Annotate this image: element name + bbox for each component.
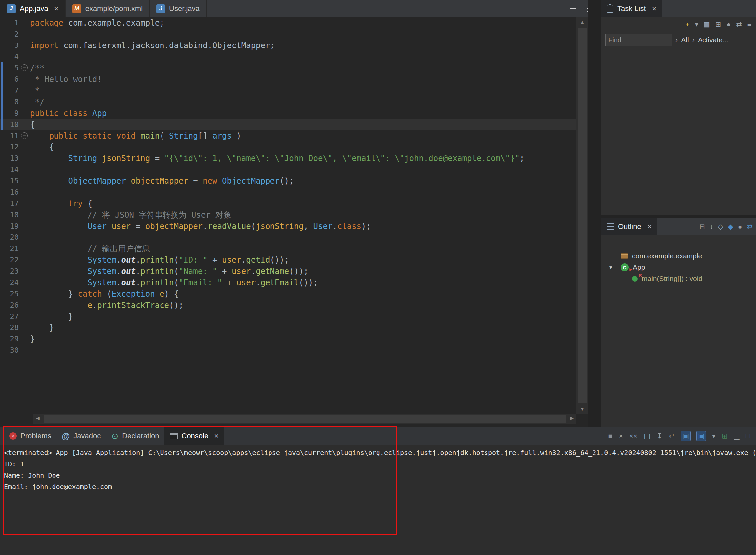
code-line-12[interactable]: 12 {: [0, 141, 576, 153]
code-line-14[interactable]: 14: [0, 164, 576, 175]
new-task-icon[interactable]: +: [685, 19, 689, 29]
fold-marker-icon[interactable]: −: [21, 65, 28, 71]
scroll-up-icon[interactable]: ▲: [576, 19, 588, 25]
code-line-2[interactable]: 2: [0, 29, 576, 40]
tree-expander-icon[interactable]: ▾: [609, 264, 617, 271]
code-line-11[interactable]: 11− public static void main( String[] ar…: [0, 130, 576, 141]
word-wrap-icon[interactable]: ↵: [669, 431, 675, 441]
tab-pom-xml[interactable]: M example/pom.xml: [66, 0, 150, 17]
fold-marker-icon[interactable]: −: [21, 132, 28, 139]
new-task-dropdown-icon[interactable]: ▾: [694, 19, 698, 29]
collapse-all-icon[interactable]: ⊟: [699, 221, 705, 231]
close-view-icon[interactable]: ×: [652, 5, 656, 13]
outline-method-row[interactable]: S main(String[]) : void: [601, 273, 756, 284]
remove-all-launches-icon[interactable]: ××: [629, 431, 638, 441]
editor-horizontal-scrollbar[interactable]: ◀ ▶: [33, 414, 576, 424]
code-line-5[interactable]: 5−/**: [0, 62, 576, 74]
scroll-left-icon[interactable]: ◀: [36, 416, 40, 421]
code-line-19[interactable]: 19 User user = objectMapper.readValue(js…: [0, 220, 576, 232]
console-output-area[interactable]: <terminated> App [Java Application] C:\U…: [0, 445, 756, 555]
outline-package-row[interactable]: com.example.example: [601, 250, 756, 262]
console-toolbar: ■×××▤↧↵▣▣▾⊞▁□: [608, 427, 756, 445]
code-line-22[interactable]: 22 System.out.println("ID: " + user.getI…: [0, 254, 576, 266]
focus-on-workweek-icon[interactable]: ●: [726, 19, 731, 29]
vertical-scrollbar-thumb[interactable]: [578, 28, 587, 403]
code-line-15[interactable]: 15 ObjectMapper objectMapper = new Objec…: [0, 175, 576, 187]
panel-sash-vertical[interactable]: [588, 0, 601, 427]
filter-all[interactable]: All: [681, 36, 688, 44]
code-line-25[interactable]: 25 } catch (Exception e) {: [0, 288, 576, 300]
minimize-icon[interactable]: [569, 5, 578, 12]
hide-non-public-icon[interactable]: ●: [738, 221, 742, 231]
code-line-17[interactable]: 17 try {: [0, 198, 576, 209]
tab-console[interactable]: Console ×: [164, 427, 224, 445]
show-stdout-icon[interactable]: ▣: [681, 431, 690, 441]
line-number: 26: [0, 300, 18, 311]
close-tab-icon[interactable]: ×: [54, 5, 59, 13]
line-number: 21: [0, 243, 18, 254]
outline-class-row[interactable]: ▾ C▸ App: [601, 262, 756, 273]
maximize-view-icon[interactable]: □: [746, 431, 750, 441]
code-line-7[interactable]: 7 *: [0, 85, 576, 96]
code-line-3[interactable]: 3import com.fasterxml.jackson.databind.O…: [0, 40, 576, 51]
code-line-28[interactable]: 28 }: [0, 322, 576, 334]
group-by-icon[interactable]: ⊞: [715, 19, 721, 29]
people-icon[interactable]: ≡: [747, 19, 751, 29]
code-line-27[interactable]: 27 }: [0, 311, 576, 322]
tab-declaration[interactable]: ⊙ Declaration: [106, 427, 164, 445]
code-line-4[interactable]: 4: [0, 51, 576, 62]
terminate-icon[interactable]: ■: [608, 431, 613, 441]
sort-icon[interactable]: ↓: [710, 221, 713, 231]
line-number: 12: [0, 141, 18, 153]
clear-console-icon[interactable]: ▤: [644, 431, 650, 441]
remove-launch-icon[interactable]: ×: [619, 431, 623, 441]
find-input[interactable]: [605, 34, 672, 46]
pin-console-icon[interactable]: ▾: [712, 431, 716, 441]
method-label: main(String[]) : void: [642, 275, 702, 283]
code-line-29[interactable]: 29}: [0, 334, 576, 345]
scroll-lock-icon[interactable]: ↧: [656, 431, 663, 441]
close-tab-icon[interactable]: ×: [214, 432, 218, 440]
hide-static-members-icon[interactable]: ◆: [728, 221, 733, 231]
close-view-icon[interactable]: ×: [647, 222, 652, 230]
open-console-icon[interactable]: ⊞: [722, 431, 728, 441]
code-editor[interactable]: 1package com.example.example;23import co…: [0, 17, 576, 414]
tab-problems[interactable]: × Problems: [4, 427, 56, 445]
code-line-1[interactable]: 1package com.example.example;: [0, 17, 576, 29]
code-line-21[interactable]: 21 // 输出用户信息: [0, 243, 576, 254]
link-with-editor-icon[interactable]: ⇄: [747, 221, 753, 231]
categorized-view-icon[interactable]: ▦: [704, 19, 710, 29]
filter-icon[interactable]: ⇄: [736, 19, 742, 29]
code-line-13[interactable]: 13 String jsonString = "{\"id\": 1, \"na…: [0, 153, 576, 164]
tab-app-java[interactable]: J App.java ×: [0, 0, 66, 17]
panel-sash-horizontal[interactable]: [601, 215, 756, 218]
editor-vertical-scrollbar[interactable]: ▲ ▼: [576, 17, 588, 414]
code-line-23[interactable]: 23 System.out.println("Name: " + user.ge…: [0, 266, 576, 277]
tab-label: Declaration: [122, 432, 159, 440]
code-line-30[interactable]: 30: [0, 345, 576, 356]
code-line-20[interactable]: 20: [0, 232, 576, 243]
code-line-6[interactable]: 6 * Hello world!: [0, 74, 576, 85]
minimize-view-icon[interactable]: ▁: [734, 431, 740, 441]
tab-outline[interactable]: Outline ×: [601, 218, 657, 235]
code-line-9[interactable]: 9public class App: [0, 108, 576, 119]
code-line-18[interactable]: 18 // 将 JSON 字符串转换为 User 对象: [0, 209, 576, 220]
hide-fields-icon[interactable]: ◇: [718, 221, 723, 231]
line-number: 3: [0, 40, 18, 51]
tab-user-java[interactable]: J User.java: [150, 0, 207, 17]
code-line-10[interactable]: 10{: [0, 119, 576, 130]
console-output-line: ID: 1: [4, 458, 756, 470]
scroll-right-icon[interactable]: ▶: [570, 416, 573, 421]
code-line-26[interactable]: 26 e.printStackTrace();: [0, 300, 576, 311]
scroll-down-icon[interactable]: ▼: [576, 406, 588, 412]
tab-task-list[interactable]: Task List ×: [601, 0, 662, 17]
package-icon: [621, 253, 628, 259]
filter-activate[interactable]: Activate...: [698, 36, 728, 44]
horizontal-scrollbar-thumb[interactable]: [44, 415, 566, 423]
code-line-8[interactable]: 8 */: [0, 96, 576, 108]
code-line-16[interactable]: 16: [0, 187, 576, 198]
show-stderr-icon[interactable]: ▣: [697, 431, 706, 441]
tab-javadoc[interactable]: @ Javadoc: [56, 427, 106, 445]
fold-column: [18, 96, 30, 108]
code-line-24[interactable]: 24 System.out.println("Email: " + user.g…: [0, 277, 576, 288]
